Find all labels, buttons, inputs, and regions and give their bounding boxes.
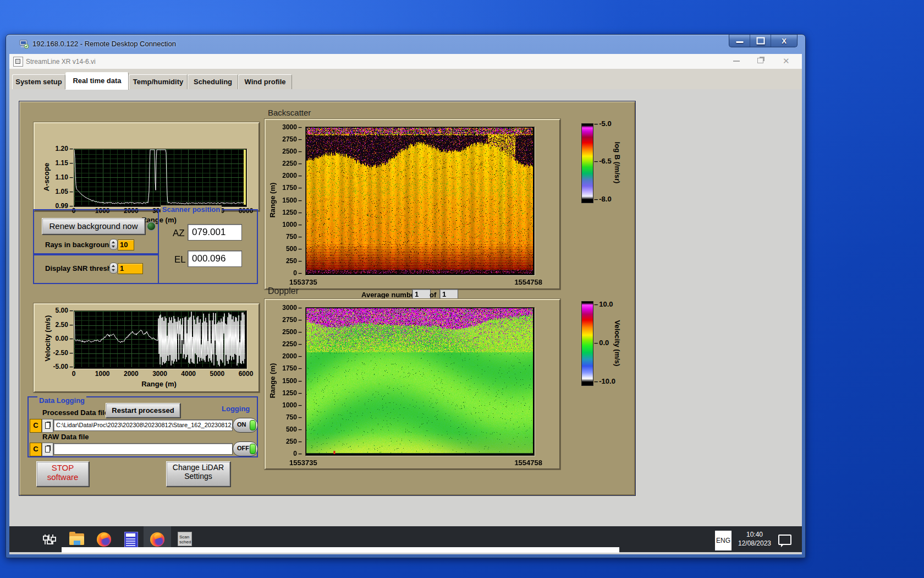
ytick-label: 1750 bbox=[282, 184, 302, 192]
app-restore-button[interactable] bbox=[757, 58, 763, 63]
plot-cursor[interactable] bbox=[244, 150, 246, 205]
rays-in-background-label: Rays in background bbox=[45, 241, 113, 249]
tab-system-setup[interactable]: System setup bbox=[12, 74, 65, 89]
doppler-cb-tick-0: 10.0 bbox=[594, 300, 613, 308]
raw-logging-toggle[interactable]: OFF bbox=[233, 441, 258, 456]
rdp-maximize-button[interactable] bbox=[750, 35, 771, 47]
rdp-window: 192.168.0.122 - Remote Desktop Connectio… bbox=[6, 34, 806, 558]
rays-value[interactable]: 10 bbox=[118, 239, 134, 250]
processed-browse-icon[interactable] bbox=[42, 419, 53, 433]
maximize-icon bbox=[756, 37, 765, 45]
raw-path-field[interactable] bbox=[53, 443, 233, 455]
renew-background-button[interactable]: Renew background now bbox=[42, 218, 145, 235]
change-line1: Change LiDAR bbox=[167, 463, 230, 472]
sliders-icon[interactable] bbox=[43, 533, 55, 546]
doppler-plot[interactable] bbox=[305, 307, 535, 456]
velocity-plot[interactable] bbox=[74, 310, 247, 369]
processed-logging-toggle[interactable]: ON bbox=[233, 418, 258, 433]
ytick-label: 2500 bbox=[282, 328, 302, 336]
xtick-label: 6000 bbox=[239, 370, 254, 378]
processed-drive-selector[interactable]: C bbox=[30, 419, 42, 433]
stop-line2: software bbox=[37, 472, 89, 482]
tab-bar: System setupReal time dataTemp/humidityS… bbox=[9, 69, 802, 89]
rays-spinner[interactable] bbox=[109, 239, 118, 250]
ytick-label: 750 bbox=[286, 233, 302, 241]
snr-spinner[interactable] bbox=[109, 263, 118, 274]
file-explorer-icon[interactable] bbox=[69, 533, 84, 545]
backscatter-cb-tick-0: -5.0 bbox=[594, 119, 612, 128]
ytick-label: 2000 bbox=[282, 172, 302, 179]
snr-value[interactable]: 1 bbox=[118, 263, 143, 274]
raw-logging-led bbox=[250, 444, 256, 454]
front-panel: A-scope 1.201.151.101.050.99 01000200030… bbox=[19, 101, 636, 496]
close-icon: X bbox=[782, 37, 787, 45]
backscatter-ytick-labels: 3000275025002250200017501500125010007505… bbox=[270, 127, 302, 273]
clock-date: 12/08/2023 bbox=[733, 539, 776, 548]
app-minimize-button[interactable] bbox=[733, 61, 740, 62]
rdp-minimize-button[interactable] bbox=[729, 35, 750, 47]
tab-real-time-data[interactable]: Real time data bbox=[65, 72, 129, 90]
doppler-panel: Range (m) 300027502500225020001750150012… bbox=[265, 299, 560, 470]
scan-scheduler-icon[interactable]: Scansched bbox=[178, 532, 192, 546]
velocity-ytick-labels: 5.002.500.00-2.50-5.00 bbox=[42, 310, 73, 367]
firefox-icon[interactable] bbox=[97, 532, 111, 547]
off-label: OFF bbox=[237, 445, 249, 451]
stop-line1: STOP bbox=[37, 463, 89, 472]
app-titlebar[interactable]: StreamLine XR v14-6.vi ✕ bbox=[9, 54, 802, 69]
raw-data-file-label: RAW Data file bbox=[42, 433, 89, 441]
ytick-label: 1500 bbox=[282, 377, 302, 385]
ytick-label: 0.99 bbox=[56, 202, 73, 210]
ytick-label: 2750 bbox=[282, 135, 302, 143]
el-label: EL bbox=[174, 254, 186, 265]
background-group: Renew background now Rays in background … bbox=[33, 209, 159, 255]
backscatter-cb-tick-1: -6.5 bbox=[594, 157, 612, 165]
xtick-label: 5000 bbox=[210, 370, 224, 378]
processed-path-field[interactable]: C:\Lidar\Data\Proc\2023\202308\20230812\… bbox=[53, 419, 233, 431]
processed-logging-led bbox=[250, 420, 256, 430]
ytick-label: 0 bbox=[293, 269, 302, 277]
on-label: ON bbox=[237, 421, 246, 428]
velocity-xtick-labels: 0100020003000400050006000 bbox=[74, 370, 246, 379]
tab-scheduling[interactable]: Scheduling bbox=[188, 74, 238, 89]
taskbar-clock[interactable]: 10:40 12/08/2023 bbox=[733, 530, 776, 548]
change-lidar-settings-button[interactable]: Change LiDAR Settings bbox=[166, 461, 230, 487]
backscatter-plot[interactable] bbox=[305, 127, 535, 275]
xtick-label: 1000 bbox=[95, 370, 110, 378]
raw-browse-icon[interactable] bbox=[42, 443, 53, 456]
processed-data-file-label: Processed Data file bbox=[42, 408, 108, 417]
backscatter-x-left: 1553735 bbox=[289, 278, 317, 286]
backscatter-title: Backscatter bbox=[268, 108, 311, 117]
ytick-label: 2.50 bbox=[56, 321, 73, 329]
ytick-label: 1000 bbox=[282, 401, 302, 409]
raw-drive-selector[interactable]: C bbox=[30, 443, 42, 456]
action-center-icon[interactable] bbox=[778, 535, 791, 545]
tab-wind-profile[interactable]: Wind profile bbox=[238, 74, 292, 89]
ytick-label: 1500 bbox=[282, 197, 302, 204]
language-indicator[interactable]: ENG bbox=[715, 531, 732, 550]
ytick-label: 1.10 bbox=[56, 173, 73, 181]
backscatter-x-right: 1554758 bbox=[514, 278, 542, 286]
restart-processed-file-button[interactable]: Restart processed file bbox=[106, 403, 180, 418]
ytick-label: 2000 bbox=[282, 352, 302, 360]
rdp-close-button[interactable]: X bbox=[771, 35, 797, 47]
doppler-title: Doppler bbox=[268, 286, 299, 296]
az-value-field[interactable]: 079.001 bbox=[188, 224, 242, 241]
ytick-label: 1.15 bbox=[56, 159, 73, 167]
stop-software-button[interactable]: STOP software bbox=[36, 461, 89, 487]
backscatter-cb-tick-2: -8.0 bbox=[594, 195, 612, 203]
ytick-label: 250 bbox=[286, 257, 302, 265]
change-line2: Settings bbox=[167, 472, 230, 481]
document-icon[interactable] bbox=[124, 532, 138, 548]
firefox-icon-active[interactable] bbox=[150, 532, 164, 547]
velocity-chart-panel: Velocity (m/s) 5.002.500.00-2.50-5.00 01… bbox=[34, 303, 260, 392]
doppler-ytick-labels: 3000275025002250200017501500125010007505… bbox=[270, 308, 302, 454]
app-close-button[interactable]: ✕ bbox=[783, 56, 790, 66]
ytick-label: 1750 bbox=[282, 364, 302, 372]
rdp-titlebar[interactable]: 192.168.0.122 - Remote Desktop Connectio… bbox=[6, 35, 805, 54]
of-label: of bbox=[430, 291, 436, 299]
scanner-position-group: Scanner position AZ 079.001 EL 000.096 bbox=[158, 209, 258, 284]
tab-temp-humidity[interactable]: Temp/humidity bbox=[129, 74, 188, 89]
el-value-field[interactable]: 000.096 bbox=[188, 250, 242, 267]
ascope-plot[interactable] bbox=[74, 149, 247, 207]
doppler-cb-title: Velocity (m/s) bbox=[613, 310, 622, 377]
